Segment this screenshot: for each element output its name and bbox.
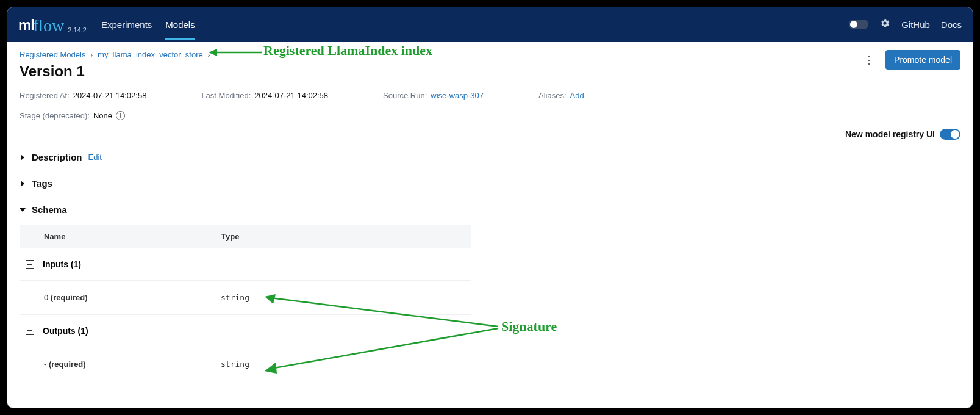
schema-outputs-group[interactable]: Outputs (1) <box>20 315 471 347</box>
schema-section-header[interactable]: Schema <box>20 201 960 218</box>
collapse-icon[interactable] <box>26 327 34 335</box>
breadcrumb: Registered Models › my_llama_index_vecto… <box>20 50 210 59</box>
breadcrumb-sep2: › <box>208 51 210 59</box>
stage-label: Stage (deprecated): <box>20 111 90 120</box>
registry-toggle-switch[interactable] <box>940 129 960 140</box>
logo-ml: ml <box>18 16 34 34</box>
input-required: (required) <box>51 293 88 302</box>
aliases-label: Aliases: <box>538 91 567 100</box>
logo-version: 2.14.2 <box>68 26 87 34</box>
input-type: string <box>215 293 471 302</box>
schema-col-type: Type <box>215 232 471 241</box>
registered-at-label: Registered At: <box>20 91 70 100</box>
top-navbar: ml flow 2.14.2 Experiments Models GitHub… <box>7 7 973 42</box>
info-icon[interactable]: i <box>116 111 125 120</box>
breadcrumb-sep: › <box>90 51 93 59</box>
input-name: 0 <box>44 293 48 302</box>
nav-models[interactable]: Models <box>165 9 195 40</box>
chevron-down-icon <box>20 204 26 215</box>
schema-input-row: 0 (required) string <box>20 281 471 315</box>
collapse-icon[interactable] <box>26 260 34 269</box>
last-modified-label: Last Modified: <box>201 91 251 100</box>
breadcrumb-root[interactable]: Registered Models <box>20 50 85 59</box>
schema-inputs-group[interactable]: Inputs (1) <box>20 248 471 281</box>
schema-title: Schema <box>32 204 67 215</box>
source-run-link[interactable]: wise-wasp-307 <box>431 91 484 100</box>
logo[interactable]: ml flow 2.14.2 <box>18 15 87 34</box>
source-run-label: Source Run: <box>383 91 427 100</box>
promote-model-button[interactable]: Promote model <box>885 50 960 70</box>
chevron-right-icon <box>20 152 26 162</box>
description-title: Description <box>32 152 82 162</box>
inputs-header: Inputs (1) <box>43 259 81 269</box>
output-type: string <box>215 359 471 369</box>
stage-value: None <box>93 111 112 120</box>
theme-toggle[interactable] <box>849 20 868 29</box>
description-edit-link[interactable]: Edit <box>88 153 102 162</box>
last-modified-value: 2024-07-21 14:02:58 <box>254 91 328 100</box>
output-required: (required) <box>49 359 86 369</box>
tags-title: Tags <box>32 178 52 189</box>
schema-col-name: Name <box>20 232 215 241</box>
nav-experiments[interactable]: Experiments <box>101 9 152 40</box>
output-name: - <box>44 359 46 369</box>
description-section-header[interactable]: Description Edit <box>20 148 960 166</box>
schema-output-row: - (required) string <box>20 347 471 381</box>
registry-toggle-label: New model registry UI <box>845 129 935 139</box>
nav-github[interactable]: GitHub <box>901 20 930 30</box>
page-title: Version 1 <box>20 63 210 80</box>
registered-at-value: 2024-07-21 14:02:58 <box>73 91 147 100</box>
breadcrumb-model[interactable]: my_llama_index_vector_store <box>98 50 203 59</box>
schema-table: Name Type Inputs (1) 0 (required) string <box>20 225 471 381</box>
tags-section-header[interactable]: Tags <box>20 175 960 192</box>
aliases-add-link[interactable]: Add <box>570 91 584 100</box>
nav-docs[interactable]: Docs <box>941 20 962 30</box>
outputs-header: Outputs (1) <box>43 326 88 336</box>
logo-flow: flow <box>33 16 64 35</box>
chevron-right-icon <box>20 178 26 189</box>
kebab-menu-icon[interactable]: ⋮ <box>860 51 878 69</box>
gear-icon[interactable] <box>879 18 890 31</box>
